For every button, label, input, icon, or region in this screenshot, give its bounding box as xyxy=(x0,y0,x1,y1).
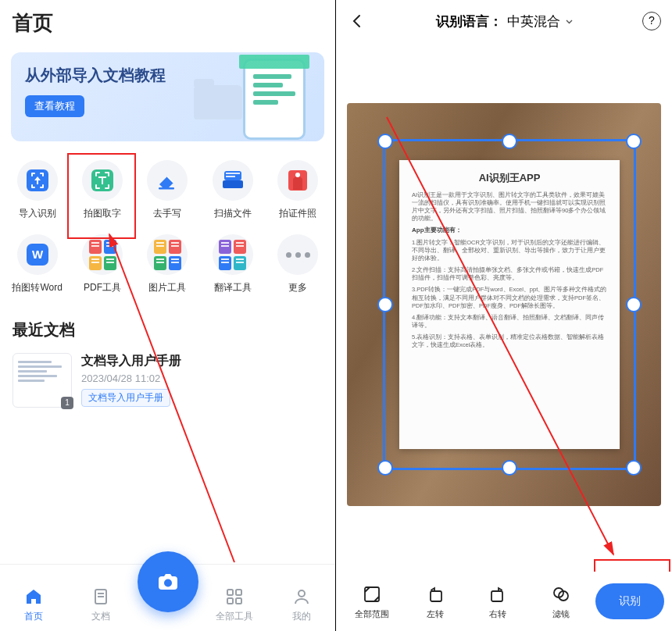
svg-rect-5 xyxy=(226,173,240,174)
highlight-annotation xyxy=(67,153,136,239)
svg-rect-24 xyxy=(431,591,441,601)
tool-label: 扫描文件 xyxy=(214,207,252,220)
filter-icon xyxy=(550,583,572,605)
camera-fab[interactable] xyxy=(138,551,198,612)
tab-home[interactable]: 首页 xyxy=(0,565,67,631)
paper-title: AI识别王APP xyxy=(412,171,607,185)
tool-label: 拍证件照 xyxy=(279,207,316,220)
doc-tag: 文档导入用户手册 xyxy=(81,389,170,407)
tool-photo-to-word[interactable]: W 拍图转Word xyxy=(5,226,70,301)
rotate-left-icon xyxy=(424,583,446,605)
eraser-icon xyxy=(147,160,188,201)
translate-tools-icon xyxy=(213,234,253,275)
svg-rect-25 xyxy=(491,591,502,601)
tool-scan-file[interactable]: 扫描文件 xyxy=(200,152,265,226)
image-tools-icon xyxy=(147,234,188,275)
chevron-down-icon xyxy=(565,17,574,26)
tool-label: 翻译工具 xyxy=(214,281,252,294)
doc-count-badge: 1 xyxy=(61,397,73,409)
tool-full-range[interactable]: 全部范围 xyxy=(344,583,401,620)
tool-label: 导入识别 xyxy=(19,207,56,220)
tab-all-tools[interactable]: 全部工具 xyxy=(201,565,268,631)
tool-filter[interactable]: 滤镜 xyxy=(533,583,590,620)
tool-image-tools[interactable]: 图片工具 xyxy=(135,226,200,301)
doc-name: 文档导入用户手册 xyxy=(81,353,323,369)
crop-handle[interactable] xyxy=(626,134,642,149)
crop-handle[interactable] xyxy=(502,460,517,476)
svg-rect-17 xyxy=(227,598,233,604)
tab-label: 我的 xyxy=(292,610,311,623)
home-icon xyxy=(23,586,44,607)
rotate-right-icon xyxy=(487,583,509,605)
crop-handle[interactable] xyxy=(626,297,642,312)
tool-label: 右转 xyxy=(489,608,506,620)
tool-remove-handwriting[interactable]: 去手写 xyxy=(135,152,200,226)
language-value: 中英混合 xyxy=(507,12,560,30)
recent-docs-title: 最近文档 xyxy=(0,305,335,348)
docs-icon xyxy=(91,586,111,607)
doc-date: 2023/04/28 11:02 xyxy=(81,373,323,384)
tutorial-banner[interactable]: 从外部导入文档教程 查看教程 xyxy=(11,52,324,141)
grid-icon xyxy=(224,586,245,607)
chevron-left-icon xyxy=(350,14,364,28)
tab-label: 文档 xyxy=(91,610,110,623)
back-button[interactable] xyxy=(347,11,367,31)
camera-icon xyxy=(155,569,181,595)
tab-label: 全部工具 xyxy=(216,610,253,623)
svg-text:W: W xyxy=(32,248,44,261)
tool-label: 拍图转Word xyxy=(12,281,62,294)
doc-thumbnail: 1 xyxy=(13,353,72,408)
tool-translate-tools[interactable]: 翻译工具 xyxy=(200,226,265,301)
recent-doc-item[interactable]: 1 文档导入用户手册 2023/04/28 11:02 文档导入用户手册 xyxy=(0,348,335,412)
phone-doc-icon xyxy=(243,59,306,140)
recognize-button[interactable]: 识别 xyxy=(595,583,664,619)
help-button[interactable]: ? xyxy=(642,12,661,30)
svg-rect-18 xyxy=(236,598,241,604)
view-tutorial-button[interactable]: 查看教程 xyxy=(25,95,84,117)
crop-frame[interactable]: AI识别王APP AI识别王是一款用于文字识别、图片转文字的工具类软件，效果可媲… xyxy=(383,139,636,470)
more-icon xyxy=(277,234,318,275)
folder-icon xyxy=(194,85,242,119)
id-photo-icon xyxy=(277,160,318,201)
language-selector[interactable]: 识别语言： 中英混合 xyxy=(436,12,574,30)
tool-label: 左转 xyxy=(427,608,444,620)
page-title: 首页 xyxy=(13,9,323,37)
full-range-icon xyxy=(361,583,383,605)
crop-handle[interactable] xyxy=(377,297,393,312)
svg-rect-15 xyxy=(227,590,233,595)
tool-id-photo[interactable]: 拍证件照 xyxy=(266,152,331,226)
crop-handle[interactable] xyxy=(377,460,393,476)
tab-label: 首页 xyxy=(24,610,43,623)
image-preview: AI识别王APP AI识别王是一款用于文字识别、图片转文字的工具类软件，效果可媲… xyxy=(347,103,661,506)
svg-point-19 xyxy=(298,590,305,597)
tool-rotate-left[interactable]: 左转 xyxy=(407,583,464,620)
tab-mine[interactable]: 我的 xyxy=(268,565,335,631)
crop-handle[interactable] xyxy=(626,460,642,476)
tool-label: 去手写 xyxy=(153,207,181,220)
tool-label: 更多 xyxy=(288,281,307,294)
svg-point-8 xyxy=(295,173,300,177)
tool-label: 全部范围 xyxy=(355,608,389,620)
tool-label: 图片工具 xyxy=(148,281,186,294)
pdf-tools-icon xyxy=(82,234,123,275)
svg-rect-16 xyxy=(236,590,241,595)
tool-label: PDF工具 xyxy=(84,281,121,294)
language-label: 识别语言： xyxy=(436,12,502,30)
user-icon xyxy=(291,586,312,607)
scanner-icon xyxy=(213,160,253,201)
crop-handle[interactable] xyxy=(377,134,393,149)
tool-import-recognize[interactable]: 导入识别 xyxy=(5,152,70,226)
tool-more[interactable]: 更多 xyxy=(266,226,331,301)
svg-rect-4 xyxy=(223,180,243,188)
svg-rect-6 xyxy=(226,176,235,177)
tab-docs[interactable]: 文档 xyxy=(67,565,134,631)
svg-rect-2 xyxy=(159,187,174,190)
tool-rotate-right[interactable]: 右转 xyxy=(470,583,527,620)
svg-point-21 xyxy=(164,579,172,587)
crop-handle[interactable] xyxy=(502,134,517,149)
import-recognize-icon xyxy=(17,160,58,201)
tool-label: 滤镜 xyxy=(552,608,570,620)
document-content: AI识别王APP AI识别王是一款用于文字识别、图片转文字的工具类软件，效果可媲… xyxy=(399,160,620,449)
word-icon: W xyxy=(17,234,58,275)
